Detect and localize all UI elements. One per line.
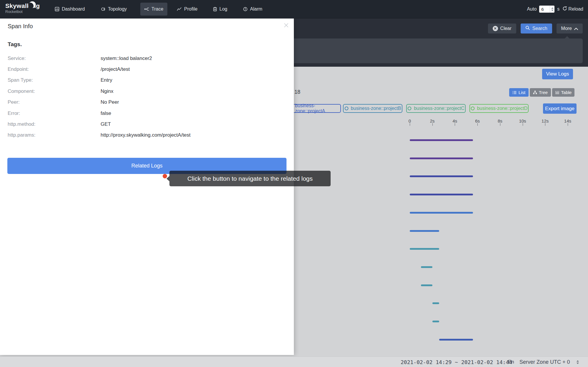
table-icon bbox=[555, 91, 559, 94]
mode-button-tree[interactable]: Tree bbox=[530, 88, 551, 97]
nav-item-trace[interactable]: Trace bbox=[144, 0, 163, 18]
reload-button[interactable]: Reload bbox=[562, 6, 583, 12]
trace-span-bar[interactable] bbox=[410, 157, 473, 159]
mode-label: Table bbox=[561, 90, 572, 95]
server-timezone-label: Server Zone UTC + 0 bbox=[519, 357, 570, 367]
mode-label: List bbox=[519, 90, 525, 95]
field-label: Span Type: bbox=[8, 77, 33, 83]
more-panel-notch bbox=[564, 36, 570, 39]
timezone-up-icon[interactable] bbox=[577, 360, 579, 362]
nav-item-log[interactable]: Log bbox=[213, 0, 227, 18]
trace-span-bar[interactable] bbox=[410, 248, 439, 250]
field-label: Component: bbox=[8, 88, 35, 94]
axis-tick-mark bbox=[523, 123, 523, 126]
auto-interval-input[interactable]: 6 bbox=[539, 6, 554, 13]
mode-button-table[interactable]: Table bbox=[552, 88, 574, 97]
related-logs-tooltip: Click the button to navigate to the rela… bbox=[169, 171, 331, 186]
field-label: Endpoint: bbox=[8, 66, 29, 72]
span-info-field-row: Endpoint:/projectA/test bbox=[0, 64, 294, 75]
trace-span-bar[interactable] bbox=[421, 266, 432, 268]
nav-item-label: Alarm bbox=[250, 6, 262, 12]
clear-button[interactable]: ✕ Clear bbox=[488, 24, 516, 33]
ring-icon bbox=[471, 106, 475, 110]
search-icon bbox=[525, 26, 530, 31]
service-tag-projectb[interactable]: business-zone::projectB bbox=[343, 104, 402, 113]
span-info-field-row: Peer:No Peer bbox=[0, 97, 294, 108]
timezone-down-icon[interactable] bbox=[577, 363, 579, 364]
language-selector[interactable]: En bbox=[508, 357, 514, 367]
tree-icon bbox=[533, 91, 537, 94]
trace-span-bar[interactable] bbox=[410, 212, 473, 214]
nav-item-topology[interactable]: Topology bbox=[101, 0, 127, 18]
trace-span-bar[interactable] bbox=[421, 284, 432, 286]
field-value: http://proxy.skywalking.com/projectA/tes… bbox=[101, 132, 191, 138]
skywalking-trace-page: ✕ Clear Search More View Logs 18 ListTre… bbox=[0, 0, 588, 367]
span-info-field-row: http.method:GET bbox=[0, 119, 294, 130]
cursor-click-dot bbox=[163, 174, 167, 178]
top-navbar: Skywalking Rocketbot DashboardTopologyTr… bbox=[0, 0, 588, 19]
tooltip-text: Click the button to navigate to the rela… bbox=[187, 175, 313, 182]
search-button[interactable]: Search bbox=[521, 24, 552, 33]
auto-interval-value: 6 bbox=[539, 7, 550, 12]
timezone-stepper[interactable] bbox=[577, 357, 579, 367]
alarm-icon bbox=[243, 7, 248, 11]
nav-item-dashboard[interactable]: Dashboard bbox=[55, 0, 85, 18]
skywalking-logo-crescent-icon bbox=[28, 1, 36, 11]
nav-item-label: Dashboard bbox=[62, 6, 85, 12]
service-tag-label: business-zone::projectC bbox=[414, 106, 464, 111]
span-info-field-row: Component:Nginx bbox=[0, 86, 294, 97]
more-button[interactable]: More bbox=[557, 24, 583, 33]
mode-label: Tree bbox=[539, 90, 548, 95]
trace-span-bar[interactable] bbox=[410, 139, 473, 141]
service-tag-label: business-zone::projectD bbox=[477, 106, 528, 111]
axis-tick-mark bbox=[455, 123, 455, 126]
ring-icon bbox=[344, 106, 349, 110]
axis-tick-label: 10s bbox=[519, 118, 526, 123]
time-range-display[interactable]: 2021-02-02 14:29 ~ 2021-02-02 14:44 bbox=[401, 357, 512, 367]
field-label: http.method: bbox=[8, 121, 36, 127]
service-tag-label: business-zone::projectB bbox=[351, 106, 401, 111]
field-value: Entry bbox=[101, 77, 112, 83]
axis-tick-mark bbox=[568, 123, 568, 126]
axis-tick-label: 2s bbox=[430, 118, 435, 123]
span-info-field-row: Service:system::load balancer2 bbox=[0, 53, 294, 64]
axis-tick-mark bbox=[500, 123, 500, 126]
log-icon bbox=[213, 7, 217, 11]
trace-icon bbox=[144, 7, 149, 11]
service-tag-projecta[interactable]: business-zone::projectA bbox=[288, 104, 341, 113]
ring-icon bbox=[407, 106, 412, 110]
service-tag-projectd[interactable]: business-zone::projectD bbox=[469, 104, 529, 113]
field-value: false bbox=[101, 110, 111, 116]
trace-span-bar[interactable] bbox=[432, 302, 439, 304]
close-icon[interactable] bbox=[284, 23, 289, 28]
stepper-down-icon[interactable] bbox=[551, 10, 554, 11]
nav-item-label: Log bbox=[219, 6, 227, 12]
axis-tick-mark bbox=[545, 123, 545, 126]
more-button-label: More bbox=[561, 26, 572, 31]
span-info-modal: Span Info Tags. Service:system::load bal… bbox=[0, 18, 294, 355]
stepper-up-icon[interactable] bbox=[551, 7, 554, 9]
trace-span-bar[interactable] bbox=[432, 321, 439, 322]
span-info-field-row: http.params:http://proxy.skywalking.com/… bbox=[0, 130, 294, 141]
field-label: Peer: bbox=[8, 99, 20, 105]
span-info-field-row: Error:false bbox=[0, 108, 294, 119]
profile-icon bbox=[177, 7, 182, 11]
axis-tick-mark bbox=[410, 123, 410, 126]
span-info-field-row: Span Type:Entry bbox=[0, 75, 294, 86]
field-label: Service: bbox=[8, 56, 26, 61]
trace-span-bar[interactable] bbox=[410, 230, 439, 232]
mode-button-list[interactable]: List bbox=[509, 88, 529, 97]
view-logs-button[interactable]: View Logs bbox=[542, 69, 573, 79]
nav-item-profile[interactable]: Profile bbox=[177, 0, 197, 18]
nav-item-alarm[interactable]: Alarm bbox=[243, 0, 262, 18]
trace-span-bar[interactable] bbox=[439, 339, 473, 341]
dashboard-icon bbox=[55, 7, 59, 11]
trace-span-bar[interactable] bbox=[410, 194, 473, 195]
clear-button-label: Clear bbox=[500, 26, 512, 31]
auto-interval-stepper[interactable] bbox=[550, 6, 554, 13]
export-image-button[interactable]: Export image bbox=[543, 103, 577, 114]
trace-span-bar[interactable] bbox=[410, 175, 473, 177]
nav-item-label: Topology bbox=[108, 6, 127, 12]
service-tag-projectc[interactable]: business-zone::projectC bbox=[406, 104, 466, 113]
field-value: GET bbox=[101, 121, 111, 127]
